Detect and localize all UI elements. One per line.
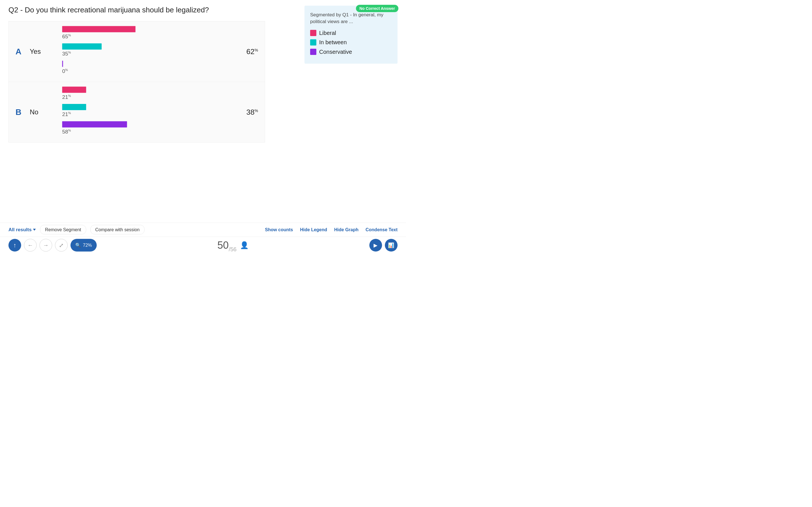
bar-wrap-a-inbetween xyxy=(62,43,234,50)
nav-back-button[interactable]: ← xyxy=(24,239,37,251)
legend-label-conservative: Conservative xyxy=(319,49,352,55)
bars-col-b: 21% 21% 58% xyxy=(57,82,240,143)
toolbar-left: All results Remove Segment Compare with … xyxy=(8,225,145,235)
bar-label-b-inbetween: 21% xyxy=(62,111,234,117)
answer-label-a: Yes xyxy=(29,48,57,55)
legend-label-inbetween: In between xyxy=(319,39,347,46)
answers-container: A Yes 65% 35% xyxy=(8,21,265,143)
answer-letter-b: B xyxy=(15,107,21,117)
bar-label-a-liberal: 65% xyxy=(62,34,234,40)
bar-wrap-b-conservative xyxy=(62,121,234,128)
inbetween-swatch xyxy=(310,39,316,45)
bar-wrap-b-liberal xyxy=(62,86,234,94)
bar-label-b-liberal: 21% xyxy=(62,94,234,100)
bar-wrap-b-inbetween xyxy=(62,103,234,111)
bar-a-conservative xyxy=(62,61,63,67)
bar-label-b-conservative: 58% xyxy=(62,129,234,135)
nav-count-display: 50/56 xyxy=(217,239,237,251)
bar-label-a-inbetween: 35% xyxy=(62,51,234,57)
nav-left: ↑ ← → ⤢ 🔍 72% xyxy=(8,239,97,251)
legend-subtitle: Segmented by Q1 - In general, my politic… xyxy=(310,11,392,25)
answer-row-a: A Yes 65% 35% xyxy=(8,21,265,82)
bar-wrap-a-conservative xyxy=(62,60,234,68)
nav-center: 50/56 👤 xyxy=(217,239,249,251)
answer-letter-col-a: A xyxy=(9,47,29,56)
chevron-down-icon xyxy=(33,229,36,231)
answer-row-b: B No 21% 21% xyxy=(8,82,265,143)
all-results-button[interactable]: All results xyxy=(8,227,36,233)
nav-bar: ↑ ← → ⤢ 🔍 72% 50/56 👤 ▶ 📊 xyxy=(0,237,406,253)
bar-a-inbetween xyxy=(62,43,102,50)
nav-move-button[interactable]: ⤢ xyxy=(55,239,68,251)
bars-col-a: 65% 35% 0% xyxy=(57,21,240,82)
bar-group-a-conservative: 0% xyxy=(62,60,234,76)
bar-wrap-a-liberal xyxy=(62,25,234,33)
legend-item-conservative: Conservative xyxy=(310,49,392,55)
zoom-label: 72% xyxy=(83,242,92,248)
legend-item-inbetween: In between xyxy=(310,39,392,46)
total-pct-a: 62% xyxy=(240,47,265,56)
bar-group-b-conservative: 58% xyxy=(62,121,234,137)
nav-play-button[interactable]: ▶ xyxy=(369,239,382,251)
no-correct-badge: No Correct Answer xyxy=(356,5,398,12)
legend-panel: No Correct Answer Segmented by Q1 - In g… xyxy=(305,6,398,64)
answer-letter-a: A xyxy=(15,47,21,56)
zoom-icon: 🔍 xyxy=(75,242,81,248)
bar-group-b-liberal: 21% xyxy=(62,86,234,102)
nav-forward-button[interactable]: → xyxy=(40,239,52,251)
answer-letter-col-b: B xyxy=(9,107,29,117)
remove-segment-button[interactable]: Remove Segment xyxy=(40,225,86,235)
hide-legend-button[interactable]: Hide Legend xyxy=(300,227,327,232)
nav-chart-button[interactable]: 📊 xyxy=(385,239,398,251)
bar-b-inbetween xyxy=(62,104,86,110)
toolbar-right: Show counts Hide Legend Hide Graph Conde… xyxy=(265,227,398,232)
nav-avatar-icon: 👤 xyxy=(240,241,249,249)
liberal-swatch xyxy=(310,30,316,36)
answer-label-b: No xyxy=(29,108,57,116)
legend-item-liberal: Liberal xyxy=(310,30,392,36)
bar-b-conservative xyxy=(62,121,127,128)
compare-with-session-button[interactable]: Compare with session xyxy=(90,225,144,235)
hide-graph-button[interactable]: Hide Graph xyxy=(334,227,358,232)
bar-group-b-inbetween: 21% xyxy=(62,103,234,119)
condense-text-button[interactable]: Condense Text xyxy=(366,227,398,232)
nav-zoom-button[interactable]: 🔍 72% xyxy=(70,239,97,251)
bottom-toolbar: All results Remove Segment Compare with … xyxy=(0,223,406,237)
bar-b-liberal xyxy=(62,87,86,93)
bar-a-liberal xyxy=(62,26,136,33)
total-pct-b: 38% xyxy=(240,108,265,116)
show-counts-button[interactable]: Show counts xyxy=(265,227,293,232)
main-content: Q2 - Do you think recreational marijuana… xyxy=(0,0,406,143)
bar-group-a-liberal: 65% xyxy=(62,25,234,42)
nav-up-button[interactable]: ↑ xyxy=(8,239,21,251)
bar-group-a-inbetween: 35% xyxy=(62,43,234,59)
conservative-swatch xyxy=(310,49,316,55)
nav-right: ▶ 📊 xyxy=(369,239,398,251)
legend-label-liberal: Liberal xyxy=(319,30,336,36)
bar-label-a-conservative: 0% xyxy=(62,68,234,74)
